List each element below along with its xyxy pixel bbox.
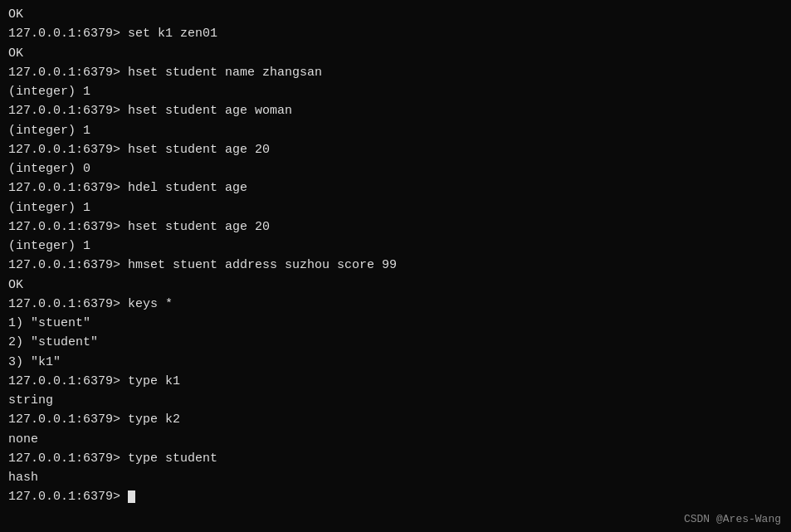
terminal-line: 127.0.0.1:6379> bbox=[8, 487, 783, 506]
terminal-line: string bbox=[8, 391, 783, 410]
terminal-line: (integer) 1 bbox=[8, 121, 783, 140]
terminal-line: (integer) 1 bbox=[8, 82, 783, 101]
terminal-line: (integer) 1 bbox=[8, 198, 783, 217]
terminal-line: 127.0.0.1:6379> hset student name zhangs… bbox=[8, 63, 783, 82]
terminal-line: 127.0.0.1:6379> set k1 zen01 bbox=[8, 24, 783, 43]
terminal-line: 3) "k1" bbox=[8, 353, 783, 372]
terminal-line: 127.0.0.1:6379> hset student age woman bbox=[8, 101, 783, 120]
terminal-line: OK bbox=[8, 44, 783, 63]
watermark: CSDN @Ares-Wang bbox=[684, 513, 781, 525]
terminal[interactable]: OK127.0.0.1:6379> set k1 zen01OK127.0.0.… bbox=[0, 0, 791, 532]
terminal-line: 2) "student" bbox=[8, 333, 783, 352]
terminal-line: 127.0.0.1:6379> type k2 bbox=[8, 410, 783, 429]
terminal-line: 127.0.0.1:6379> hmset stuent address suz… bbox=[8, 256, 783, 275]
cursor bbox=[128, 491, 135, 503]
terminal-line: (integer) 0 bbox=[8, 159, 783, 178]
terminal-line: 1) "stuent" bbox=[8, 314, 783, 333]
terminal-line: none bbox=[8, 430, 783, 449]
terminal-line: 127.0.0.1:6379> hset student age 20 bbox=[8, 217, 783, 237]
terminal-line: 127.0.0.1:6379> type student bbox=[8, 449, 783, 468]
terminal-line: 127.0.0.1:6379> hdel student age bbox=[8, 178, 783, 198]
terminal-line: hash bbox=[8, 468, 783, 487]
terminal-line: 127.0.0.1:6379> type k1 bbox=[8, 372, 783, 391]
terminal-line: 127.0.0.1:6379> hset student age 20 bbox=[8, 140, 783, 159]
terminal-line: OK bbox=[8, 5, 783, 24]
terminal-line: 127.0.0.1:6379> keys * bbox=[8, 295, 783, 314]
terminal-line: OK bbox=[8, 276, 783, 295]
terminal-line: (integer) 1 bbox=[8, 237, 783, 256]
